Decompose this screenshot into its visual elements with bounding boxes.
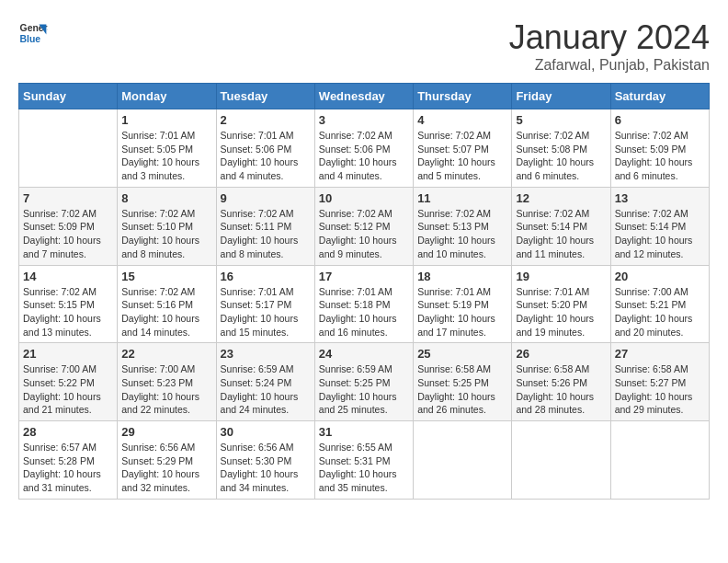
day-number: 29 <box>121 425 211 439</box>
logo-icon: General Blue <box>18 18 48 48</box>
day-number: 19 <box>516 270 606 283</box>
day-cell: 3Sunrise: 7:02 AMSunset: 5:06 PMDaylight… <box>314 109 413 188</box>
week-row-1: 1Sunrise: 7:01 AMSunset: 5:05 PMDaylight… <box>19 109 710 188</box>
day-cell: 30Sunrise: 6:56 AMSunset: 5:30 PMDayligh… <box>216 421 314 500</box>
day-info: Sunrise: 7:01 AMSunset: 5:17 PMDaylight:… <box>221 285 311 339</box>
day-info: Sunrise: 7:02 AMSunset: 5:14 PMDaylight:… <box>516 207 606 261</box>
day-cell <box>19 109 118 188</box>
day-info: Sunrise: 7:01 AMSunset: 5:19 PMDaylight:… <box>417 285 507 339</box>
day-cell: 19Sunrise: 7:01 AMSunset: 5:20 PMDayligh… <box>512 265 610 343</box>
day-number: 1 <box>121 113 211 127</box>
day-cell: 2Sunrise: 7:01 AMSunset: 5:06 PMDaylight… <box>216 109 314 188</box>
day-info: Sunrise: 7:02 AMSunset: 5:12 PMDaylight:… <box>319 207 409 261</box>
day-cell: 11Sunrise: 7:02 AMSunset: 5:13 PMDayligh… <box>414 187 512 265</box>
day-number: 10 <box>319 191 409 205</box>
day-cell: 29Sunrise: 6:56 AMSunset: 5:29 PMDayligh… <box>118 421 216 500</box>
day-cell <box>414 421 512 500</box>
svg-text:Blue: Blue <box>20 34 41 44</box>
day-cell: 22Sunrise: 7:00 AMSunset: 5:23 PMDayligh… <box>118 343 216 421</box>
week-row-2: 7Sunrise: 7:02 AMSunset: 5:09 PMDaylight… <box>19 187 710 265</box>
day-info: Sunrise: 6:59 AMSunset: 5:24 PMDaylight:… <box>221 362 311 417</box>
day-number: 7 <box>23 191 113 205</box>
calendar-table: SundayMondayTuesdayWednesdayThursdayFrid… <box>18 83 710 500</box>
day-number: 2 <box>221 113 311 127</box>
day-cell: 26Sunrise: 6:58 AMSunset: 5:26 PMDayligh… <box>512 343 610 421</box>
day-number: 28 <box>23 425 113 439</box>
day-info: Sunrise: 7:01 AMSunset: 5:20 PMDaylight:… <box>516 285 606 339</box>
day-number: 18 <box>417 270 507 283</box>
week-row-5: 28Sunrise: 6:57 AMSunset: 5:28 PMDayligh… <box>19 421 710 500</box>
day-cell: 10Sunrise: 7:02 AMSunset: 5:12 PMDayligh… <box>314 187 413 265</box>
location: Zafarwal, Punjab, Pakistan <box>509 57 710 74</box>
day-number: 5 <box>516 113 606 127</box>
day-cell: 5Sunrise: 7:02 AMSunset: 5:08 PMDaylight… <box>512 109 610 188</box>
day-cell: 4Sunrise: 7:02 AMSunset: 5:07 PMDaylight… <box>414 109 512 188</box>
weekday-header-thursday: Thursday <box>414 84 512 109</box>
day-cell: 27Sunrise: 6:58 AMSunset: 5:27 PMDayligh… <box>610 343 709 421</box>
day-number: 22 <box>121 347 211 361</box>
day-info: Sunrise: 7:02 AMSunset: 5:09 PMDaylight:… <box>23 207 113 261</box>
day-number: 4 <box>417 113 507 127</box>
day-cell: 17Sunrise: 7:01 AMSunset: 5:18 PMDayligh… <box>314 265 413 343</box>
day-info: Sunrise: 6:56 AMSunset: 5:29 PMDaylight:… <box>121 441 211 495</box>
day-cell: 12Sunrise: 7:02 AMSunset: 5:14 PMDayligh… <box>512 187 610 265</box>
day-number: 14 <box>23 270 113 283</box>
day-cell: 16Sunrise: 7:01 AMSunset: 5:17 PMDayligh… <box>216 265 314 343</box>
day-cell: 1Sunrise: 7:01 AMSunset: 5:05 PMDaylight… <box>118 109 216 188</box>
day-info: Sunrise: 7:02 AMSunset: 5:07 PMDaylight:… <box>417 129 507 183</box>
day-info: Sunrise: 7:00 AMSunset: 5:21 PMDaylight:… <box>615 285 705 339</box>
day-cell: 28Sunrise: 6:57 AMSunset: 5:28 PMDayligh… <box>19 421 118 500</box>
day-info: Sunrise: 7:02 AMSunset: 5:15 PMDaylight:… <box>23 285 113 339</box>
day-cell: 15Sunrise: 7:02 AMSunset: 5:16 PMDayligh… <box>118 265 216 343</box>
day-cell: 8Sunrise: 7:02 AMSunset: 5:10 PMDaylight… <box>118 187 216 265</box>
day-info: Sunrise: 7:01 AMSunset: 5:05 PMDaylight:… <box>121 129 211 183</box>
day-number: 17 <box>319 270 409 283</box>
day-number: 6 <box>615 113 705 127</box>
day-number: 16 <box>221 270 311 283</box>
weekday-header-saturday: Saturday <box>610 84 709 109</box>
day-info: Sunrise: 6:58 AMSunset: 5:27 PMDaylight:… <box>615 362 705 417</box>
day-info: Sunrise: 7:02 AMSunset: 5:08 PMDaylight:… <box>516 129 606 183</box>
day-number: 27 <box>615 347 705 361</box>
day-number: 31 <box>319 425 409 439</box>
day-cell: 7Sunrise: 7:02 AMSunset: 5:09 PMDaylight… <box>19 187 118 265</box>
day-info: Sunrise: 7:02 AMSunset: 5:16 PMDaylight:… <box>121 285 211 339</box>
month-title: January 2024 <box>509 18 710 57</box>
weekday-header-sunday: Sunday <box>19 84 118 109</box>
week-row-4: 21Sunrise: 7:00 AMSunset: 5:22 PMDayligh… <box>19 343 710 421</box>
day-number: 30 <box>221 425 311 439</box>
header: General Blue January 2024 Zafarwal, Punj… <box>18 18 710 74</box>
day-cell: 21Sunrise: 7:00 AMSunset: 5:22 PMDayligh… <box>19 343 118 421</box>
day-number: 25 <box>417 347 507 361</box>
day-cell: 6Sunrise: 7:02 AMSunset: 5:09 PMDaylight… <box>610 109 709 188</box>
day-number: 20 <box>615 270 705 283</box>
day-info: Sunrise: 6:56 AMSunset: 5:30 PMDaylight:… <box>221 441 311 495</box>
day-info: Sunrise: 7:01 AMSunset: 5:06 PMDaylight:… <box>221 129 311 183</box>
day-number: 21 <box>23 347 113 361</box>
day-info: Sunrise: 7:02 AMSunset: 5:06 PMDaylight:… <box>319 129 409 183</box>
day-info: Sunrise: 6:55 AMSunset: 5:31 PMDaylight:… <box>319 441 409 495</box>
day-number: 3 <box>319 113 409 127</box>
weekday-header-friday: Friday <box>512 84 610 109</box>
day-cell: 25Sunrise: 6:58 AMSunset: 5:25 PMDayligh… <box>414 343 512 421</box>
day-number: 26 <box>516 347 606 361</box>
title-area: January 2024 Zafarwal, Punjab, Pakistan <box>509 18 710 74</box>
day-cell <box>512 421 610 500</box>
day-info: Sunrise: 7:00 AMSunset: 5:23 PMDaylight:… <box>121 362 211 417</box>
day-number: 8 <box>121 191 211 205</box>
day-info: Sunrise: 7:02 AMSunset: 5:13 PMDaylight:… <box>417 207 507 261</box>
day-info: Sunrise: 7:02 AMSunset: 5:14 PMDaylight:… <box>615 207 705 261</box>
day-info: Sunrise: 7:02 AMSunset: 5:09 PMDaylight:… <box>615 129 705 183</box>
day-number: 13 <box>615 191 705 205</box>
weekday-header-monday: Monday <box>118 84 216 109</box>
day-number: 23 <box>221 347 311 361</box>
day-info: Sunrise: 7:02 AMSunset: 5:11 PMDaylight:… <box>221 207 311 261</box>
day-number: 9 <box>221 191 311 205</box>
day-info: Sunrise: 6:59 AMSunset: 5:25 PMDaylight:… <box>319 362 409 417</box>
day-info: Sunrise: 7:00 AMSunset: 5:22 PMDaylight:… <box>23 362 113 417</box>
day-number: 12 <box>516 191 606 205</box>
day-cell: 24Sunrise: 6:59 AMSunset: 5:25 PMDayligh… <box>314 343 413 421</box>
day-info: Sunrise: 6:58 AMSunset: 5:25 PMDaylight:… <box>417 362 507 417</box>
day-cell: 18Sunrise: 7:01 AMSunset: 5:19 PMDayligh… <box>414 265 512 343</box>
day-info: Sunrise: 6:58 AMSunset: 5:26 PMDaylight:… <box>516 362 606 417</box>
